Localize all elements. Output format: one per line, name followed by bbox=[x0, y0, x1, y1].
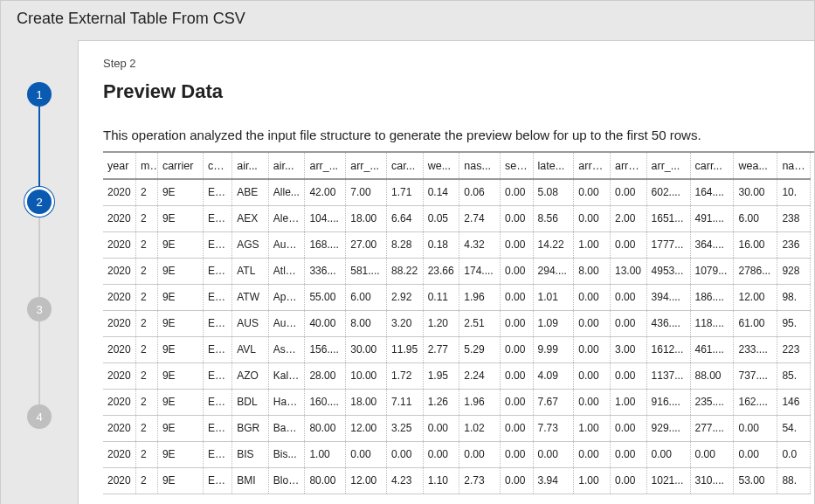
table-row[interactable]: 202029EEn...BDLHart...160....18.007.111.… bbox=[103, 389, 811, 415]
table-row[interactable]: 202029EEn...BGRBan...80.0012.003.250.001… bbox=[103, 415, 811, 441]
step-1[interactable]: 1 bbox=[27, 82, 52, 107]
table-row[interactable]: 202029EEn...AVLAsh...156....30.0011.952.… bbox=[103, 336, 811, 362]
table-cell: 4.32 bbox=[459, 231, 501, 258]
table-row[interactable]: 202029EEn...ABEAlle...42.007.001.710.140… bbox=[103, 179, 811, 205]
column-header[interactable]: carr... bbox=[690, 153, 734, 179]
table-cell: 0.00 bbox=[501, 205, 533, 231]
page-title: Preview Data bbox=[103, 80, 814, 103]
column-header[interactable]: arr_... bbox=[646, 153, 690, 179]
column-header[interactable]: ca... bbox=[203, 153, 231, 179]
column-header[interactable]: arr_... bbox=[574, 153, 611, 179]
table-cell: Aug... bbox=[268, 231, 305, 258]
table-cell: 2020 bbox=[103, 467, 135, 494]
table-cell: 0.18 bbox=[423, 231, 459, 258]
column-header[interactable]: year bbox=[103, 153, 135, 179]
column-header[interactable]: car... bbox=[387, 153, 424, 179]
table-row[interactable]: 202029EEn...AUSAust...40.008.003.201.202… bbox=[103, 310, 811, 336]
table-cell: 2020 bbox=[103, 389, 135, 415]
table-cell: AUS bbox=[232, 310, 269, 336]
column-header[interactable]: air... bbox=[232, 153, 269, 179]
table-cell: En... bbox=[203, 415, 231, 441]
column-header[interactable]: carrier bbox=[157, 153, 203, 179]
table-row[interactable]: 202029EEn...ATWApp...55.006.002.920.111.… bbox=[103, 284, 811, 310]
table-cell: 0.00 bbox=[610, 362, 646, 389]
table-cell: 1.00 bbox=[305, 441, 346, 467]
table-cell: 0.00 bbox=[690, 441, 734, 467]
table-cell: En... bbox=[203, 389, 231, 415]
table-cell: 0.00 bbox=[346, 441, 387, 467]
table-cell: 2 bbox=[135, 231, 157, 258]
table-cell: 0.00 bbox=[501, 310, 533, 336]
table-cell: 12.00 bbox=[734, 284, 777, 310]
table-cell: 1.01 bbox=[533, 284, 574, 310]
table-row[interactable]: 202029EEn...AZOKala...28.0010.001.721.95… bbox=[103, 362, 811, 389]
table-cell: 10. bbox=[777, 179, 811, 205]
table-cell: 0.00 bbox=[610, 310, 646, 336]
step-4[interactable]: 4 bbox=[27, 404, 52, 429]
column-header[interactable]: late... bbox=[533, 153, 574, 179]
table-cell: En... bbox=[203, 467, 231, 494]
table-cell: 2.24 bbox=[459, 362, 501, 389]
table-cell: 4.09 bbox=[533, 362, 574, 389]
table-cell: 2 bbox=[135, 467, 157, 494]
column-header[interactable]: arr_... bbox=[305, 153, 346, 179]
table-cell: 30.00 bbox=[734, 179, 777, 205]
table-cell: 0.00 bbox=[574, 362, 611, 389]
description: This operation analyzed the input file s… bbox=[103, 128, 814, 142]
table-cell: 40.00 bbox=[305, 310, 346, 336]
table-cell: 53.00 bbox=[734, 467, 777, 494]
column-header[interactable]: m... bbox=[135, 153, 157, 179]
table-cell: 2 bbox=[135, 179, 157, 205]
column-header[interactable]: nas... bbox=[459, 153, 501, 179]
table-cell: 0.00 bbox=[501, 179, 533, 205]
table-cell: Alex... bbox=[268, 205, 305, 231]
table-cell: Aust... bbox=[268, 310, 305, 336]
table-cell: 394.... bbox=[646, 284, 690, 310]
table-cell: 0.00 bbox=[501, 441, 533, 467]
table-cell: 18.00 bbox=[346, 389, 387, 415]
table-cell: 1.95 bbox=[423, 362, 459, 389]
table-cell: 2020 bbox=[103, 205, 135, 231]
table-cell: 0.00 bbox=[501, 415, 533, 441]
table-cell: 14.22 bbox=[533, 231, 574, 258]
table-cell: 491.... bbox=[690, 205, 734, 231]
table-header: yearm...carrierca...air...air...arr_...a… bbox=[103, 153, 811, 179]
table-cell: BMI bbox=[232, 467, 269, 494]
column-header[interactable]: arr_... bbox=[346, 153, 387, 179]
table-row[interactable]: 202029EEn...AGSAug...168....27.008.280.1… bbox=[103, 231, 811, 258]
column-header[interactable]: arr_... bbox=[610, 153, 646, 179]
step-3[interactable]: 3 bbox=[27, 297, 52, 321]
table-cell: 0.0 bbox=[777, 441, 811, 467]
table-cell: 3.94 bbox=[533, 467, 574, 494]
column-header[interactable]: air... bbox=[268, 153, 305, 179]
table-row[interactable]: 202029EEn...BMIBloo...80.0012.004.231.10… bbox=[103, 467, 811, 494]
column-header[interactable]: we... bbox=[423, 153, 459, 179]
table-cell: 0.00 bbox=[610, 284, 646, 310]
table-cell: 5.29 bbox=[459, 336, 501, 362]
table-cell: 2020 bbox=[103, 284, 135, 310]
table-cell: 7.11 bbox=[387, 389, 424, 415]
table-cell: 104.... bbox=[305, 205, 346, 231]
table-cell: 3.00 bbox=[610, 336, 646, 362]
table-cell: 1.00 bbox=[574, 467, 611, 494]
table-row[interactable]: 202029EEn...AEXAlex...104....18.006.640.… bbox=[103, 205, 811, 231]
table-row[interactable]: 202029EEn...BISBis...1.000.000.000.000.0… bbox=[103, 441, 811, 467]
table-row[interactable]: 202029EEn...ATLAtla...336...581....88.22… bbox=[103, 258, 811, 284]
table-cell: 4.23 bbox=[387, 467, 424, 494]
table-cell: 9E bbox=[157, 205, 203, 231]
table-cell: 164.... bbox=[690, 179, 734, 205]
table-cell: En... bbox=[203, 336, 231, 362]
table-cell: 2020 bbox=[103, 336, 135, 362]
table-cell: AZO bbox=[232, 362, 269, 389]
table-cell: BDL bbox=[232, 389, 269, 415]
column-header[interactable]: sec... bbox=[501, 153, 533, 179]
step-2[interactable]: 2 bbox=[27, 190, 52, 214]
table-cell: 1.26 bbox=[423, 389, 459, 415]
table-cell: Alle... bbox=[268, 179, 305, 205]
table-cell: 10.00 bbox=[346, 362, 387, 389]
table-cell: 5.08 bbox=[533, 179, 574, 205]
table-cell: 1.00 bbox=[610, 389, 646, 415]
table-cell: 9E bbox=[157, 231, 203, 258]
column-header[interactable]: nas... bbox=[777, 153, 811, 179]
column-header[interactable]: wea... bbox=[734, 153, 777, 179]
